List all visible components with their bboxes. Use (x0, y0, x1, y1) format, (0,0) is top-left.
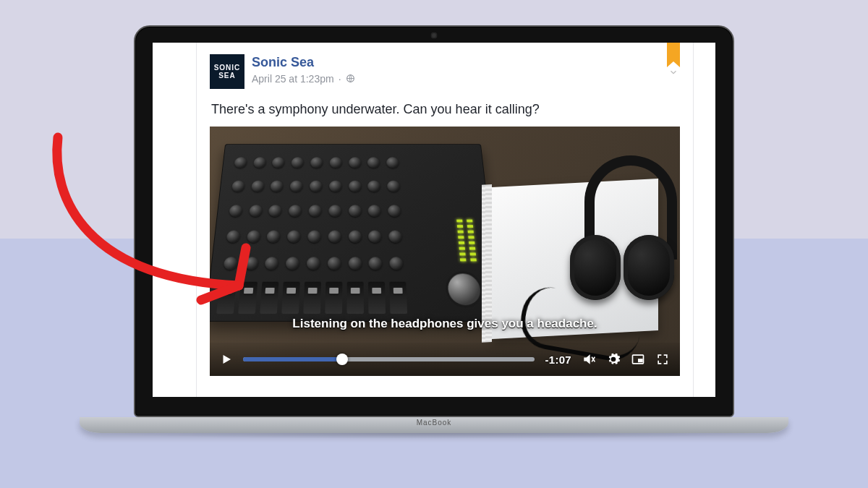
laptop-mockup: SONIC SEA Sonic Sea April 25 at 1:23pm · (134, 25, 734, 439)
post-body-text: There's a symphony underwater. Can you h… (211, 100, 678, 118)
timestamp-row: April 25 at 1:23pm · (252, 73, 355, 85)
play-button[interactable] (220, 353, 233, 366)
progress-thumb[interactable] (336, 354, 348, 365)
laptop-base: MacBook (80, 417, 788, 433)
laptop-screen: SONIC SEA Sonic Sea April 25 at 1:23pm · (153, 43, 715, 397)
svg-rect-2 (638, 359, 643, 362)
video-progress-bar[interactable] (243, 357, 535, 361)
page-name-link[interactable]: Sonic Sea (252, 56, 355, 70)
post-meta: Sonic Sea April 25 at 1:23pm · (252, 54, 355, 85)
dot-separator: · (339, 73, 341, 85)
globe-icon[interactable] (346, 74, 355, 83)
video-controls: -1:07 (210, 343, 680, 376)
mute-button[interactable] (582, 352, 596, 367)
laptop-brand-label: MacBook (417, 419, 452, 427)
video-still-background (210, 127, 680, 376)
progress-fill (243, 357, 342, 361)
video-still-headphones (571, 155, 673, 343)
video-still-mixer (210, 145, 501, 322)
post-header: SONIC SEA Sonic Sea April 25 at 1:23pm · (210, 54, 680, 89)
video-player[interactable]: Listening on the headphones gives you a … (210, 127, 680, 376)
laptop-bezel: SONIC SEA Sonic Sea April 25 at 1:23pm · (134, 25, 734, 417)
video-caption: Listening on the headphones gives you a … (292, 317, 597, 331)
page-avatar[interactable]: SONIC SEA (210, 54, 244, 89)
settings-button[interactable] (606, 352, 621, 367)
bookmark-ribbon-icon[interactable] (667, 43, 680, 61)
time-remaining: -1:07 (545, 354, 571, 366)
pip-button[interactable] (631, 352, 645, 367)
avatar-text: SONIC SEA (214, 64, 241, 80)
laptop-shadow (90, 433, 778, 439)
social-post-card: SONIC SEA Sonic Sea April 25 at 1:23pm · (196, 43, 694, 397)
post-timestamp[interactable]: April 25 at 1:23pm (252, 73, 334, 85)
post-options-button[interactable] (668, 67, 678, 77)
fullscreen-button[interactable] (655, 352, 670, 367)
webcam-icon (431, 33, 437, 38)
